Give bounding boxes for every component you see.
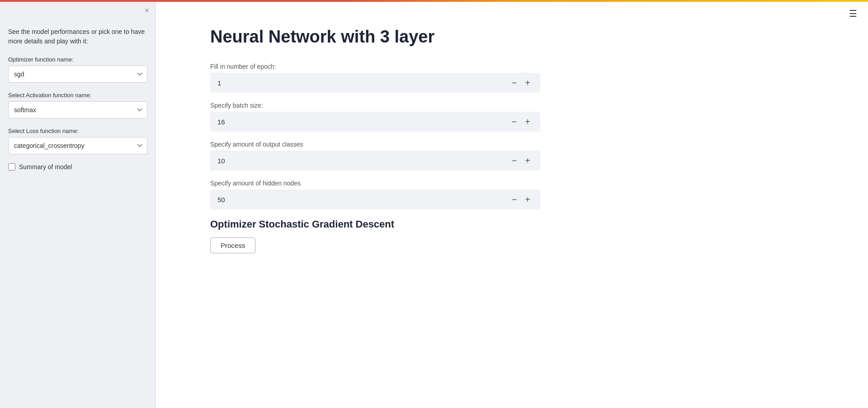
loss-field: Select Loss function name: categorical_c… [8, 128, 147, 154]
activation-field: Select Activation function name: softmax… [8, 92, 147, 119]
hidden-increment-button[interactable]: + [522, 195, 533, 204]
optimizer-label: Optimizer function name: [8, 56, 147, 63]
sidebar: × See the model performances or pick one… [0, 0, 156, 408]
batch-label: Specify batch size: [210, 102, 832, 109]
epoch-decrement-button[interactable]: − [509, 78, 520, 87]
batch-input-row: 16 − + [210, 112, 540, 132]
epoch-label: Fill in number of epoch: [210, 63, 832, 70]
process-button[interactable]: Process [210, 237, 255, 253]
hidden-value: 50 [217, 196, 509, 204]
summary-checkbox[interactable] [8, 163, 15, 171]
loss-select[interactable]: categorical_crossentropy binary_crossent… [8, 137, 147, 154]
epoch-input-row: 1 − + [210, 73, 540, 93]
output-input-row: 10 − + [210, 151, 540, 171]
hidden-input-row: 50 − + [210, 190, 540, 209]
loss-label: Select Loss function name: [8, 128, 147, 134]
optimizer-field: Optimizer function name: sgd adam rmspro… [8, 56, 147, 83]
page-title: Neural Network with 3 layer [210, 27, 832, 47]
batch-decrement-button[interactable]: − [509, 117, 520, 126]
sidebar-description: See the model performances or pick one t… [8, 27, 147, 46]
batch-value: 16 [217, 118, 509, 126]
hamburger-menu-icon[interactable]: ☰ [849, 8, 857, 19]
batch-increment-button[interactable]: + [522, 117, 533, 126]
epoch-increment-button[interactable]: + [522, 78, 533, 87]
output-section: Specify amount of output classes 10 − + [210, 141, 832, 171]
output-value: 10 [217, 157, 509, 165]
output-label: Specify amount of output classes [210, 141, 832, 148]
epoch-section: Fill in number of epoch: 1 − + [210, 63, 832, 93]
summary-label: Summary of model [19, 163, 72, 171]
activation-select[interactable]: softmax relu sigmoid tanh [8, 101, 147, 119]
output-decrement-button[interactable]: − [509, 156, 520, 165]
close-button[interactable]: × [144, 6, 149, 14]
epoch-value: 1 [217, 79, 509, 87]
optimizer-section-title: Optimizer Stochastic Gradient Descent [210, 218, 832, 230]
activation-label: Select Activation function name: [8, 92, 147, 99]
summary-checkbox-row: Summary of model [8, 163, 147, 171]
hidden-label: Specify amount of hidden nodes [210, 180, 832, 187]
output-increment-button[interactable]: + [522, 156, 533, 165]
hidden-decrement-button[interactable]: − [509, 195, 520, 204]
batch-section: Specify batch size: 16 − + [210, 102, 832, 132]
optimizer-select[interactable]: sgd adam rmsprop adagrad [8, 66, 147, 83]
hidden-section: Specify amount of hidden nodes 50 − + [210, 180, 832, 209]
main-content: Neural Network with 3 layer Fill in numb… [156, 0, 868, 408]
